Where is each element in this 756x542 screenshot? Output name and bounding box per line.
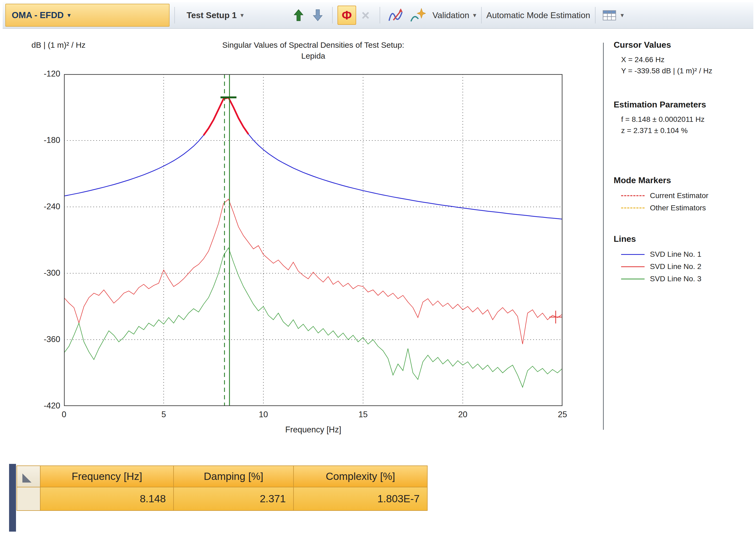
oma-efdd-label: OMA - EFDD: [12, 10, 64, 20]
curve-sparkle-icon: [410, 7, 426, 23]
toolbar-separator: [380, 7, 380, 23]
x-tick-label: 20: [447, 410, 479, 419]
legend-item: SVD Line No. 2: [614, 260, 756, 273]
table-corner-cell[interactable]: [17, 466, 40, 487]
toolbar-separator: [481, 7, 482, 23]
cursor-y-value: Y = -339.58 dB | (1 m)² / Hz: [614, 65, 756, 77]
y-tick-label: -420: [24, 401, 60, 411]
complexity-value-cell[interactable]: 1.803E-7: [293, 487, 427, 511]
curve-arrow-icon: [388, 7, 404, 23]
test-setup-dropdown[interactable]: Test Setup 1 ▾: [187, 10, 244, 20]
plot-area[interactable]: [64, 74, 562, 406]
y-tick-label: -360: [24, 335, 60, 344]
y-tick-label: -120: [24, 69, 60, 79]
estimation-parameters-section: Estimation Parameters f = 8.148 ± 0.0002…: [614, 100, 756, 136]
mode-markers-title: Mode Markers: [614, 175, 756, 185]
legend-label: SVD Line No. 2: [650, 262, 701, 271]
x-tick-label: 10: [247, 410, 279, 419]
row-selector-cell[interactable]: [17, 487, 40, 511]
mode-results-table: Frequency [Hz] Damping [%] Complexity [%…: [17, 465, 428, 511]
up-arrow-icon: [293, 9, 304, 22]
legend-item: SVD Line No. 3: [614, 273, 756, 285]
chevron-down-icon: ▾: [473, 11, 476, 19]
validation-label: Validation: [432, 10, 469, 20]
toolbar-separator: [332, 7, 333, 23]
column-header-complexity[interactable]: Complexity [%]: [293, 466, 427, 487]
move-up-button[interactable]: [291, 7, 306, 23]
column-header-frequency[interactable]: Frequency [Hz]: [40, 466, 174, 487]
y-axis-unit-label: dB | (1 m)² / Hz: [31, 41, 86, 50]
legend-label: Other Estimators: [650, 204, 706, 212]
current-estimator-dash-icon: [621, 195, 645, 196]
lines-legend-section: Lines SVD Line No. 1 SVD Line No. 2 SVD …: [614, 234, 756, 285]
svd-line-2-sample-icon: [621, 266, 645, 267]
toolbar-separator: [174, 7, 175, 23]
estimated-damping: z = 2.371 ± 0.104 %: [614, 125, 756, 136]
phi-icon: Φ: [342, 8, 352, 22]
delete-mode-button[interactable]: ×: [361, 8, 369, 22]
lines-legend-title: Lines: [614, 234, 756, 244]
info-panel: Cursor Values X = 24.66 Hz Y = -339.58 d…: [614, 0, 756, 453]
legend-item: Current Estimator: [614, 190, 756, 202]
oma-efdd-dropdown-button[interactable]: OMA - EFDD ▾: [5, 4, 170, 27]
add-estimator-button[interactable]: [409, 6, 427, 24]
application-window: OMA - EFDD ▾ Test Setup 1 ▾ Φ ×: [0, 0, 756, 542]
down-arrow-icon: [312, 9, 324, 22]
chevron-down-icon: ▾: [240, 11, 244, 19]
x-tick-label: 25: [546, 410, 578, 419]
test-setup-label: Test Setup 1: [187, 10, 237, 20]
curve-fit-button[interactable]: [387, 6, 405, 24]
mode-shape-phi-toggle[interactable]: Φ: [337, 6, 356, 25]
svd-line-3-sample-icon: [621, 279, 645, 279]
legend-item: SVD Line No. 1: [614, 248, 756, 260]
svd-plot-svg[interactable]: [64, 74, 562, 406]
panel-divider: [603, 43, 604, 430]
y-tick-label: -180: [24, 135, 60, 145]
legend-label: SVD Line No. 1: [650, 250, 701, 259]
chart-title-line2: Lepida: [112, 50, 514, 61]
cursor-values-title: Cursor Values: [614, 40, 756, 50]
legend-label: Current Estimator: [650, 191, 708, 200]
y-tick-label: -240: [24, 202, 60, 211]
move-down-button[interactable]: [310, 7, 325, 23]
table-row[interactable]: 8.148 2.371 1.803E-7: [17, 487, 427, 511]
estimated-frequency: f = 8.148 ± 0.0002011 Hz: [614, 114, 756, 125]
chart-title: Singular Values of Spectral Densities of…: [112, 39, 514, 61]
automatic-mode-estimation-label: Automatic Mode Estimation: [486, 10, 590, 20]
chevron-down-icon: ▾: [67, 11, 71, 19]
x-tick-label: 5: [148, 410, 180, 419]
frequency-value-cell[interactable]: 8.148: [40, 487, 174, 511]
column-header-damping[interactable]: Damping [%]: [174, 466, 293, 487]
y-tick-label: -300: [24, 268, 60, 278]
cursor-values-section: Cursor Values X = 24.66 Hz Y = -339.58 d…: [614, 40, 756, 77]
x-tick-label: 0: [48, 410, 80, 419]
other-estimators-dash-icon: [621, 207, 645, 208]
chart-title-line1: Singular Values of Spectral Densities of…: [112, 39, 514, 50]
x-tick-label: 15: [347, 410, 379, 419]
cursor-x-value: X = 24.66 Hz: [614, 54, 756, 65]
damping-value-cell[interactable]: 2.371: [174, 487, 293, 511]
mode-markers-section: Mode Markers Current Estimator Other Est…: [614, 175, 756, 214]
svd-line-1-sample-icon: [621, 254, 645, 255]
table-left-edge-strip: [9, 464, 16, 532]
select-all-triangle-icon: [22, 473, 31, 483]
close-icon: ×: [361, 7, 369, 23]
toolbar-separator: [595, 7, 596, 23]
x-axis-label: Frequency [Hz]: [64, 425, 562, 435]
plot-background: [64, 74, 562, 406]
legend-item: Other Estimators: [614, 202, 756, 214]
estimation-parameters-title: Estimation Parameters: [614, 100, 756, 110]
automatic-mode-estimation-button[interactable]: Automatic Mode Estimation: [486, 10, 590, 20]
table-header-row: Frequency [Hz] Damping [%] Complexity [%…: [17, 466, 427, 487]
legend-label: SVD Line No. 3: [650, 275, 701, 283]
validation-dropdown[interactable]: Validation ▾: [432, 10, 476, 20]
